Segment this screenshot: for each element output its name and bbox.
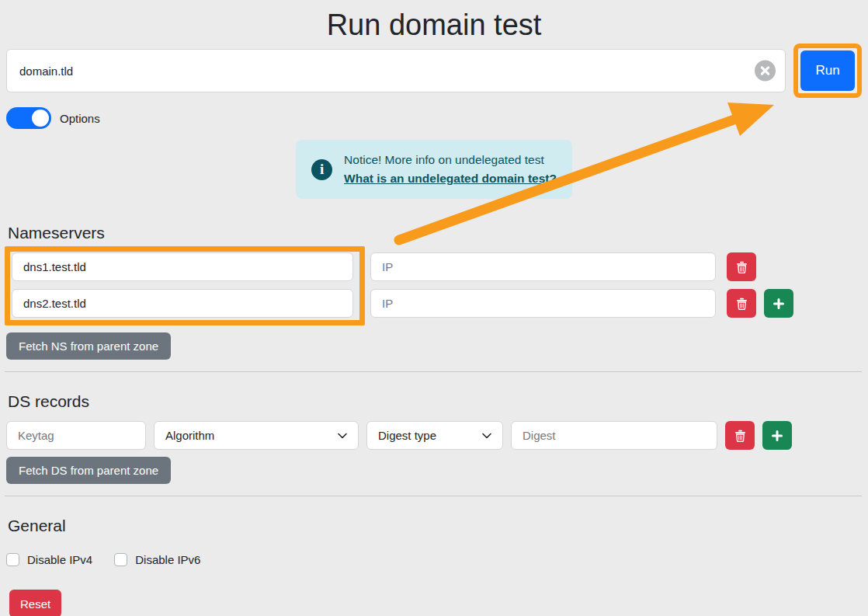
ds-record-row: Algorithm Digest type (6, 421, 862, 450)
trash-icon (736, 298, 748, 310)
disable-ipv6-checkbox[interactable] (114, 553, 127, 566)
page-title: Run domain test (6, 6, 862, 44)
trash-icon (736, 261, 748, 273)
digest-input[interactable] (511, 421, 717, 450)
domain-form-row: Run (6, 44, 862, 98)
disable-ipv4-option[interactable]: Disable IPv4 (6, 553, 92, 566)
chevron-down-icon (338, 433, 347, 439)
options-toggle[interactable] (6, 107, 51, 129)
delete-nameserver-button-2[interactable] (727, 289, 756, 318)
annotation-run-highlight-frame: Run (793, 44, 862, 98)
delete-nameserver-button-1[interactable] (727, 252, 756, 281)
nameserver-name-input-1[interactable] (12, 252, 353, 281)
disable-ipv6-label: Disable IPv6 (135, 553, 200, 566)
domain-input[interactable] (6, 49, 786, 92)
domain-input-wrap (6, 49, 786, 92)
ds-records-heading: DS records (8, 392, 862, 412)
disable-ipv4-checkbox[interactable] (6, 553, 19, 566)
digest-type-select[interactable]: Digest type (366, 421, 503, 450)
disable-ipv4-label: Disable IPv4 (27, 553, 92, 566)
options-row: Options (6, 107, 862, 129)
section-divider (5, 496, 862, 496)
nameserver-rows (6, 252, 862, 318)
chevron-down-icon (482, 433, 491, 439)
delete-ds-button[interactable] (725, 421, 755, 450)
info-icon: i (311, 159, 332, 180)
notice-wrap: i Notice! More info on undelegated test … (6, 140, 862, 199)
nameservers-heading: Nameservers (8, 223, 862, 243)
digest-type-select-value: Digest type (378, 429, 436, 442)
algorithm-select[interactable]: Algorithm (154, 421, 359, 450)
notice-text: Notice! More info on undelegated test Wh… (344, 151, 557, 188)
plus-icon (773, 298, 785, 310)
clear-domain-button[interactable] (755, 61, 776, 82)
nameserver-ip-input-2[interactable] (370, 289, 716, 318)
circle-x-icon (760, 66, 770, 76)
notice-line: Notice! More info on undelegated test (344, 151, 557, 169)
notice-alert: i Notice! More info on undelegated test … (296, 140, 572, 199)
reset-button[interactable]: Reset (9, 590, 61, 616)
disable-ipv6-option[interactable]: Disable IPv6 (114, 553, 200, 566)
trash-icon (734, 430, 746, 442)
section-divider (5, 371, 862, 372)
nameserver-row (12, 289, 862, 318)
undelegated-test-link[interactable]: What is an undelegated domain test? (344, 169, 557, 188)
nameserver-row (12, 252, 862, 281)
run-domain-test-page: Run domain test Run Options i (0, 6, 868, 616)
toggle-knob (32, 110, 49, 127)
keytag-input[interactable] (6, 421, 146, 450)
options-label: Options (60, 112, 100, 125)
ds-records-section: DS records Algorithm Digest type (6, 392, 862, 484)
algorithm-select-value: Algorithm (165, 429, 214, 442)
nameserver-ip-input-1[interactable] (370, 252, 716, 281)
plus-icon (771, 430, 783, 442)
run-button[interactable]: Run (800, 50, 855, 91)
general-heading: General (8, 516, 862, 536)
nameservers-section: Nameservers (6, 223, 862, 360)
fetch-ns-button[interactable]: Fetch NS from parent zone (6, 332, 171, 360)
general-checkboxes: Disable IPv4 Disable IPv6 (6, 553, 862, 566)
fetch-ds-button[interactable]: Fetch DS from parent zone (6, 457, 171, 484)
general-section: General Disable IPv4 Disable IPv6 Reset (6, 516, 862, 616)
add-ds-button[interactable] (762, 421, 792, 450)
nameserver-name-input-2[interactable] (12, 289, 353, 318)
add-nameserver-button[interactable] (764, 289, 793, 318)
